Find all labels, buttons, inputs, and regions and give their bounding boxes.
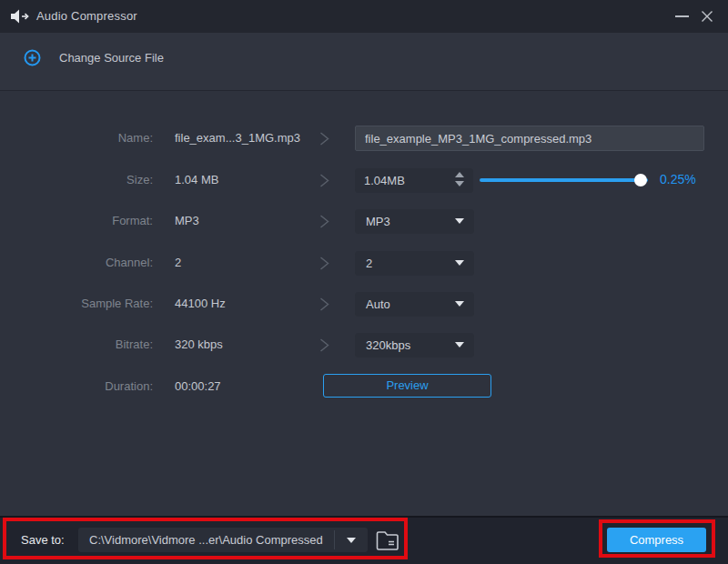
save-to-label: Save to: xyxy=(21,533,65,547)
caret-down-icon xyxy=(455,260,464,266)
compression-ratio-value: 0.25% xyxy=(660,172,696,186)
sample-rate-row: Sample Rate: 44100 Hz Auto xyxy=(0,291,728,317)
channel-row: Channel: 2 2 xyxy=(0,250,728,276)
save-path-value: C:\Vidmore\Vidmore ...er\Audio Compresse… xyxy=(89,533,323,547)
output-name-input[interactable] xyxy=(355,126,704,151)
sample-rate-label: Sample Rate: xyxy=(36,297,153,310)
duration-label: Duration: xyxy=(36,379,153,393)
channel-label: Channel: xyxy=(36,256,153,269)
chevron-right-icon xyxy=(318,297,330,316)
bitrate-dropdown[interactable]: 320kbps xyxy=(355,333,474,358)
format-row: Format: MP3 MP3 xyxy=(0,208,728,234)
compress-button[interactable]: Compress xyxy=(607,528,706,552)
format-source-value: MP3 xyxy=(175,214,199,227)
channel-dropdown[interactable]: 2 xyxy=(355,251,474,276)
channel-source-value: 2 xyxy=(175,256,181,269)
folder-icon xyxy=(375,530,400,551)
minimize-icon xyxy=(675,15,689,17)
name-row: Name: file_exam...3_1MG.mp3 xyxy=(0,126,728,151)
stepper-up-icon[interactable] xyxy=(455,172,464,177)
caret-down-icon xyxy=(455,218,464,224)
browse-folder-button[interactable] xyxy=(374,529,401,552)
chevron-right-icon xyxy=(318,337,330,357)
plus-circle-icon xyxy=(24,49,41,66)
change-source-file-button[interactable]: Change Source File xyxy=(24,49,164,66)
duration-source-value: 00:00:27 xyxy=(175,379,221,393)
size-label: Size: xyxy=(36,173,153,186)
format-dropdown[interactable]: MP3 xyxy=(355,209,474,234)
change-source-file-label: Change Source File xyxy=(59,51,164,65)
target-size-value: 1.04MB xyxy=(364,174,405,187)
audio-compressor-window: Audio Compressor Change Source File Name… xyxy=(0,0,728,564)
stepper-down-icon[interactable] xyxy=(455,181,464,186)
preview-button[interactable]: Preview xyxy=(323,374,491,398)
bitrate-selected-value: 320kbps xyxy=(366,338,410,352)
bitrate-source-value: 320 kbps xyxy=(175,337,223,351)
save-path-dropdown[interactable]: C:\Vidmore\Vidmore ...er\Audio Compresse… xyxy=(78,528,368,552)
close-button[interactable] xyxy=(692,0,723,33)
target-size-stepper[interactable]: 1.04MB xyxy=(355,168,473,193)
caret-down-icon xyxy=(347,538,356,543)
bitrate-row: Bitrate: 320 kbps 320kbps xyxy=(0,332,728,358)
caret-down-icon xyxy=(455,301,464,307)
sample-rate-selected-value: Auto xyxy=(366,297,390,311)
size-slider[interactable] xyxy=(480,178,648,182)
slider-thumb[interactable] xyxy=(634,174,647,186)
combo-divider xyxy=(334,530,335,549)
sample-rate-dropdown[interactable]: Auto xyxy=(355,292,474,317)
bitrate-label: Bitrate: xyxy=(36,337,153,351)
size-row: Size: 1.04 MB 1.04MB 0.25% xyxy=(0,167,728,193)
channel-selected-value: 2 xyxy=(366,257,372,270)
size-source-value: 1.04 MB xyxy=(175,173,218,186)
name-label: Name: xyxy=(36,131,153,145)
source-band: Change Source File xyxy=(0,33,728,91)
caret-down-icon xyxy=(455,342,464,347)
title-bar: Audio Compressor xyxy=(0,0,728,33)
name-source-value: file_exam...3_1MG.mp3 xyxy=(175,131,300,145)
format-label: Format: xyxy=(36,214,153,227)
format-selected-value: MP3 xyxy=(366,215,390,228)
window-title: Audio Compressor xyxy=(36,9,137,23)
close-icon xyxy=(700,9,714,24)
chevron-right-icon xyxy=(318,131,330,150)
chevron-right-icon xyxy=(318,256,330,275)
chevron-right-icon xyxy=(318,214,330,233)
chevron-right-icon xyxy=(318,173,330,192)
sample-rate-source-value: 44100 Hz xyxy=(175,297,226,310)
speaker-volume-icon xyxy=(9,8,31,28)
duration-row: Duration: 00:00:27 Preview xyxy=(0,374,728,399)
